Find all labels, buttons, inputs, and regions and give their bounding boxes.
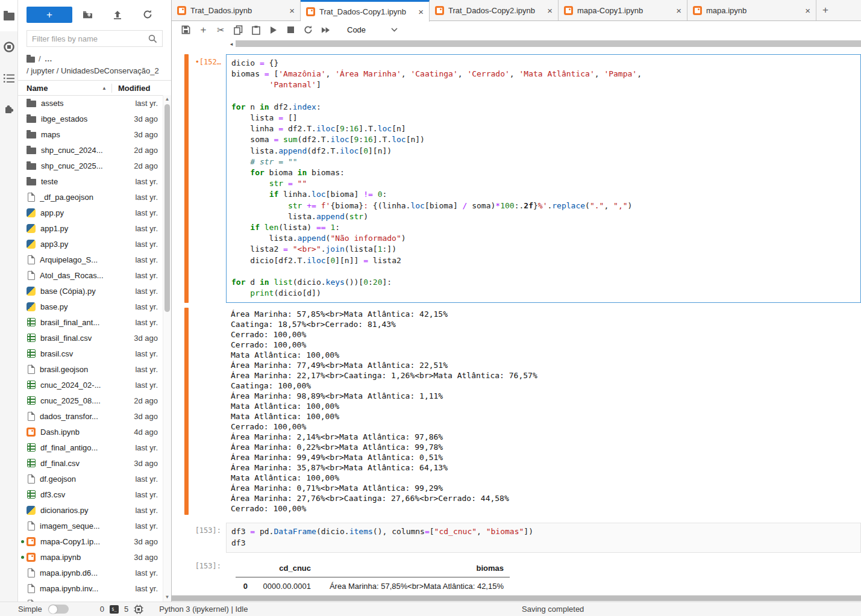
file-list-item[interactable]: cnuc_2025_08....2d ago	[18, 393, 163, 408]
file-list-item[interactable]: ibge_estados3d ago	[18, 111, 163, 126]
notebook-toolbar: + ✂	[172, 21, 861, 39]
scroll-down-icon[interactable]: ▼	[163, 593, 171, 602]
input-collapser[interactable]	[184, 523, 189, 552]
sidebar-item-table-of-contents[interactable]	[0, 63, 17, 94]
sidebar-item-running-kernels[interactable]	[0, 31, 17, 63]
save-button[interactable]	[181, 25, 190, 34]
input-collapser[interactable]	[184, 54, 189, 303]
restart-run-all-button[interactable]	[321, 26, 330, 34]
scroll-up-icon[interactable]: ▲	[163, 95, 171, 104]
scroll-left-icon[interactable]: ◂	[227, 41, 236, 47]
copy-cells-button[interactable]	[234, 25, 243, 35]
upload-button[interactable]	[102, 10, 133, 19]
file-list-item[interactable]: base (Cópia).pylast yr.	[18, 283, 163, 299]
tab-mapa-Copy1.ipynb[interactable]: mapa-Copy1.ipynb×	[559, 0, 687, 20]
scrollbar-thumb[interactable]	[236, 40, 861, 47]
folder-icon	[27, 132, 36, 138]
tab-Trat_Dados.ipynb[interactable]: Trat_Dados.ipynb×	[172, 0, 301, 20]
file-name: mapa-Copy1.ip...	[40, 537, 134, 546]
paste-cells-button[interactable]	[251, 25, 260, 35]
breadcrumb-root[interactable]: /	[39, 54, 41, 63]
new-folder-button[interactable]	[72, 10, 102, 19]
home-folder-icon[interactable]	[27, 57, 35, 63]
close-icon[interactable]: ×	[547, 5, 553, 16]
code-editor[interactable]: df3 = pd.DataFrame(dicio.items(), column…	[226, 523, 861, 552]
code-cell[interactable]: [153]: df3 = pd.DataFrame(dicio.items(),…	[172, 523, 861, 552]
code-line: df3 = pd.DataFrame(dicio.items(), column…	[231, 526, 856, 537]
terminals-count[interactable]: 0	[100, 605, 104, 614]
file-list-item[interactable]: mapa.ipynb.d6...last yr.	[18, 565, 163, 580]
file-list-item[interactable]: base.pylast yr.	[18, 299, 163, 314]
kernel-icon[interactable]	[134, 605, 143, 614]
filter-files-input[interactable]	[32, 34, 148, 43]
new-launcher-button[interactable]: +	[27, 7, 72, 23]
file-list-item[interactable]: Atol_das_Rocas...last yr.	[18, 267, 163, 283]
kernels-count[interactable]: 5	[124, 605, 128, 614]
scrollbar-thumb[interactable]	[172, 596, 861, 601]
cut-cells-button[interactable]: ✂	[216, 25, 225, 36]
python-file-icon	[27, 240, 36, 249]
file-list-item[interactable]: shp_cnuc_2025...2d ago	[18, 158, 163, 173]
file-list-item[interactable]	[18, 596, 163, 602]
notebook-horizontal-scrollbar[interactable]: ◂	[227, 40, 861, 48]
file-list-item[interactable]: app1.pylast yr.	[18, 220, 163, 236]
insert-cell-button[interactable]: +	[199, 24, 208, 36]
restart-kernel-button[interactable]	[304, 25, 313, 34]
file-list-item[interactable]: df.geojsonlast yr.	[18, 471, 163, 487]
file-list-item[interactable]: brasil_final_ant...last yr.	[18, 314, 163, 330]
refresh-button[interactable]	[133, 10, 163, 19]
file-list-item[interactable]: brasil_final.csv3d ago	[18, 330, 163, 346]
column-header-modified[interactable]: Modified	[111, 84, 171, 93]
terminal-icon[interactable]: $_	[110, 605, 119, 614]
cell-type-dropdown[interactable]: Code	[347, 25, 398, 34]
tab-mapa.ipynb[interactable]: mapa.ipynb×	[687, 0, 816, 20]
file-list-item[interactable]: mapa-Copy1.ip...3d ago	[18, 534, 163, 549]
file-list-item[interactable]: mapa.ipynb3d ago	[18, 549, 163, 565]
file-list-item[interactable]: brasil.csvlast yr.	[18, 346, 163, 361]
file-list-item[interactable]: app.pylast yr.	[18, 205, 163, 220]
file-list-item[interactable]: shp_cnuc_2024...2d ago	[18, 142, 163, 158]
file-list-item[interactable]: mapa.ipynb.inv...last yr.	[18, 580, 163, 596]
file-list-item[interactable]: maps3d ago	[18, 126, 163, 142]
scrollbar-thumb[interactable]	[164, 104, 170, 312]
file-list-item[interactable]: Dash.ipynb4d ago	[18, 424, 163, 440]
kernel-status[interactable]: Python 3 (ipykernel) | Idle	[159, 605, 248, 614]
file-list-item[interactable]: df3.csvlast yr.	[18, 487, 163, 502]
file-modified: 2d ago	[134, 161, 163, 170]
interrupt-kernel-button[interactable]	[286, 26, 295, 33]
file-modified: last yr.	[135, 521, 163, 530]
file-list-item[interactable]: dicionarios.pylast yr.	[18, 502, 163, 518]
file-list-item[interactable]: Arquipelago_S...last yr.	[18, 252, 163, 267]
output-collapser[interactable]	[184, 308, 189, 515]
simple-mode-toggle[interactable]	[48, 605, 69, 614]
sidebar-item-extensions[interactable]	[0, 94, 17, 125]
file-list-item[interactable]: dados_transfor...3d ago	[18, 408, 163, 424]
close-icon[interactable]: ×	[805, 5, 810, 16]
column-header-name[interactable]: Name ▲	[18, 84, 111, 93]
sidebar-item-file-browser[interactable]	[0, 0, 17, 31]
close-icon[interactable]: ×	[418, 7, 424, 17]
file-name: app3.py	[40, 240, 135, 249]
close-icon[interactable]: ×	[289, 5, 295, 16]
breadcrumb-path[interactable]: / jupyter / UnidadesDeConservação_2	[27, 66, 171, 75]
code-cell[interactable]: •[152… dicio = {}biomas = ['Amazônia', '…	[172, 54, 861, 303]
code-editor[interactable]: dicio = {}biomas = ['Amazônia', 'Área Ma…	[226, 54, 861, 303]
file-list-item[interactable]: df_final_antigo...last yr.	[18, 440, 163, 455]
file-list-scrollbar[interactable]: ▲ ▼	[163, 95, 171, 602]
file-list-item[interactable]: _df_pa.geojsonlast yr.	[18, 189, 163, 205]
output-collapser[interactable]	[184, 558, 189, 595]
file-list-item[interactable]: df_final.csv3d ago	[18, 455, 163, 471]
tab-Trat_Dados-Copy2.ipynb[interactable]: Trat_Dados-Copy2.ipynb×	[430, 0, 559, 20]
tab-Trat_Dados-Copy1.ipynb[interactable]: Trat_Dados-Copy1.ipynb×	[301, 0, 430, 22]
close-icon[interactable]: ×	[676, 5, 681, 16]
notebook-bottom-scrollbar[interactable]	[172, 595, 861, 602]
file-list-item[interactable]: cnuc_2024_02-...last yr.	[18, 377, 163, 393]
run-cell-button[interactable]	[269, 26, 278, 34]
file-list-item[interactable]: brasil.geojsonlast yr.	[18, 361, 163, 377]
file-list-item[interactable]: app3.pylast yr.	[18, 236, 163, 252]
breadcrumb-ellipsis[interactable]: …	[45, 54, 52, 63]
file-list-item[interactable]: testelast yr.	[18, 173, 163, 189]
new-tab-button[interactable]: +	[816, 0, 834, 20]
file-list-item[interactable]: assetslast yr.	[18, 95, 163, 111]
file-list-item[interactable]: imagem_seque...last yr.	[18, 518, 163, 534]
